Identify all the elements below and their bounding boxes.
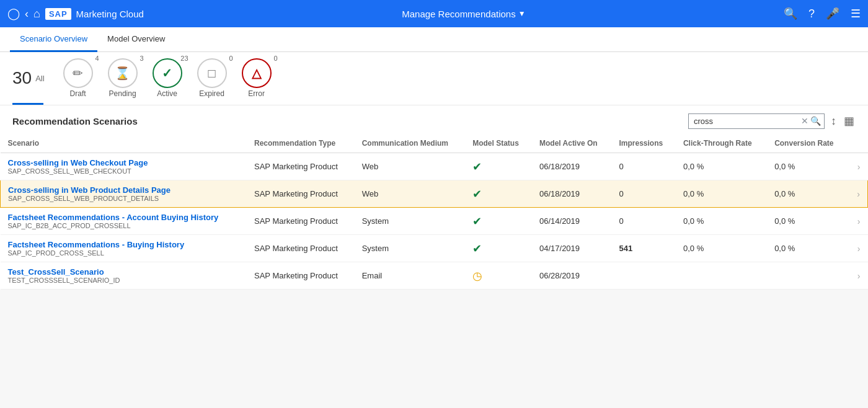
ctr-cell: 0,0 %	[676, 208, 767, 235]
sort-icon[interactable]: ↕	[830, 113, 838, 129]
draft-icon: ✏	[73, 66, 83, 81]
tab-scenario-overview[interactable]: Scenario Overview	[10, 27, 97, 52]
row-arrow[interactable]: ›	[848, 235, 868, 262]
expired-label: Expired	[199, 89, 224, 98]
col-scenario: Scenario	[1, 134, 247, 153]
section-controls: ✕ 🔍 ↕ ▦	[688, 113, 856, 129]
home-icon[interactable]: ⌂	[33, 7, 40, 20]
row-arrow[interactable]: ›	[848, 262, 868, 290]
rec-type-cell: SAP Marketing Product	[247, 208, 355, 235]
impressions-cell: 0	[611, 153, 675, 180]
pending-icon: ⌛	[115, 66, 130, 81]
pending-icon-wrap: ⌛	[108, 58, 138, 88]
model-status-cell: ✔	[465, 208, 532, 235]
table-row[interactable]: Cross-selling in Web Product Details Pag…	[1, 180, 868, 208]
model-status-cell: ✔	[465, 180, 532, 208]
expired-icon: □	[208, 66, 216, 81]
conv-rate-cell	[767, 262, 848, 290]
rec-type-cell: SAP Marketing Product	[247, 153, 355, 180]
model-active-on-cell: 04/17/2019	[532, 235, 611, 262]
search-go-icon[interactable]: 🔍	[810, 116, 821, 126]
status-item-active[interactable]: 23 ✓ Active	[153, 58, 182, 98]
scenario-id: SAP_IC_PROD_CROSS_SELL	[8, 249, 240, 257]
scenario-id: SAP_CROSS_SELL_WEB_CHECKOUT	[8, 167, 240, 175]
page-title-nav: Manage Recommendations ▼	[402, 9, 525, 19]
model-status-cell: ✔	[465, 235, 532, 262]
person-icon[interactable]: ◯	[7, 7, 20, 20]
model-status-cell: ◷	[465, 262, 532, 290]
ctr-cell: 0,0 %	[676, 153, 767, 180]
draft-icon-wrap: ✏	[63, 58, 93, 88]
impressions-cell: 0	[611, 180, 675, 208]
model-active-on-cell: 06/18/2019	[532, 180, 611, 208]
col-ctr: Click-Through Rate	[676, 134, 767, 153]
ctr-cell	[676, 262, 767, 290]
status-all[interactable]: 30 All	[12, 68, 45, 88]
status-item-pending[interactable]: 3 ⌛ Pending	[108, 58, 138, 98]
table-row[interactable]: Factsheet Recommendations - Buying Histo…	[1, 235, 868, 262]
search-nav-icon[interactable]: 🔍	[784, 7, 797, 20]
active-label: Active	[157, 89, 177, 98]
section-header: Recommendation Scenarios ✕ 🔍 ↕ ▦	[0, 105, 868, 134]
scenario-cell: Factsheet Recommendations - Account Buyi…	[1, 208, 247, 235]
table-row[interactable]: Factsheet Recommendations - Account Buyi…	[1, 208, 868, 235]
menu-icon[interactable]: ☰	[851, 7, 861, 20]
app-name: Marketing Cloud	[76, 9, 144, 19]
draft-label: Draft	[70, 89, 86, 98]
status-item-expired[interactable]: 0 □ Expired	[197, 58, 227, 98]
status-items: 30 All 4 ✏ Draft 3 ⌛ Pending	[12, 58, 856, 104]
conv-rate-cell: 0,0 %	[767, 153, 848, 180]
ctr-cell: 0,0 %	[676, 180, 767, 208]
row-arrow[interactable]: ›	[848, 153, 868, 180]
active-icon: ✓	[162, 66, 172, 81]
rec-type-cell: SAP Marketing Product	[247, 180, 355, 208]
scenario-name: Test_CrossSell_Scenario	[8, 267, 240, 277]
expired-count: 0	[229, 55, 232, 62]
status-check-icon: ✔	[472, 215, 482, 228]
scenario-cell: Test_CrossSell_Scenario TEST_CROSSSELL_S…	[1, 262, 247, 290]
status-item-draft[interactable]: 4 ✏ Draft	[63, 58, 93, 98]
expired-icon-wrap: □	[197, 58, 227, 88]
scenario-name: Cross-selling in Web Product Details Pag…	[8, 185, 239, 195]
pending-label: Pending	[109, 89, 136, 98]
active-icon-wrap: ✓	[153, 58, 182, 88]
row-arrow[interactable]: ›	[848, 180, 868, 208]
pending-count: 3	[140, 55, 143, 62]
status-pending-icon: ◷	[472, 270, 482, 282]
content-area: Recommendation Scenarios ✕ 🔍 ↕ ▦ Scenari…	[0, 105, 868, 290]
microphone-icon[interactable]: 🎤	[826, 7, 839, 20]
impressions-cell	[611, 262, 675, 290]
col-conv-rate: Conversion Rate	[767, 134, 848, 153]
row-arrow[interactable]: ›	[848, 208, 868, 235]
dropdown-arrow-icon[interactable]: ▼	[518, 9, 526, 18]
comm-medium-cell: Web	[355, 153, 466, 180]
impressions-bold: 541	[619, 244, 632, 253]
model-active-on-cell: 06/18/2019	[532, 153, 611, 180]
tab-bar: Scenario Overview Model Overview	[0, 27, 868, 52]
scenarios-table: Scenario Recommendation Type Communicati…	[0, 134, 868, 290]
table-header-row: Scenario Recommendation Type Communicati…	[1, 134, 868, 153]
search-clear-icon[interactable]: ✕	[801, 116, 808, 126]
sap-logo: SAP	[45, 8, 71, 20]
back-icon[interactable]: ‹	[25, 7, 29, 20]
filter-icon[interactable]: ▦	[843, 113, 856, 129]
section-title: Recommendation Scenarios	[12, 116, 138, 126]
status-check-icon: ✔	[472, 242, 482, 255]
scenario-id: SAP_CROSS_SELL_WEB_PRODUCT_DETAILS	[8, 195, 239, 202]
table-row[interactable]: Cross-selling in Web Checkout Page SAP_C…	[1, 153, 868, 180]
comm-medium-cell: Web	[355, 180, 466, 208]
tab-model-overview[interactable]: Model Overview	[97, 27, 175, 52]
model-status-cell: ✔	[465, 153, 532, 180]
col-comm-medium: Communication Medium	[355, 134, 466, 153]
all-count: 30	[12, 68, 32, 88]
col-impressions: Impressions	[611, 134, 675, 153]
impressions-cell: 0	[611, 208, 675, 235]
scenario-cell: Factsheet Recommendations - Buying Histo…	[1, 235, 247, 262]
error-icon: △	[252, 66, 261, 81]
rec-type-cell: SAP Marketing Product	[247, 235, 355, 262]
table-row[interactable]: Test_CrossSell_Scenario TEST_CROSSSELL_S…	[1, 262, 868, 290]
help-icon[interactable]: ?	[808, 7, 815, 20]
status-item-error[interactable]: 0 △ Error	[242, 58, 272, 98]
table-wrap: Scenario Recommendation Type Communicati…	[0, 134, 868, 290]
col-model-status: Model Status	[465, 134, 532, 153]
